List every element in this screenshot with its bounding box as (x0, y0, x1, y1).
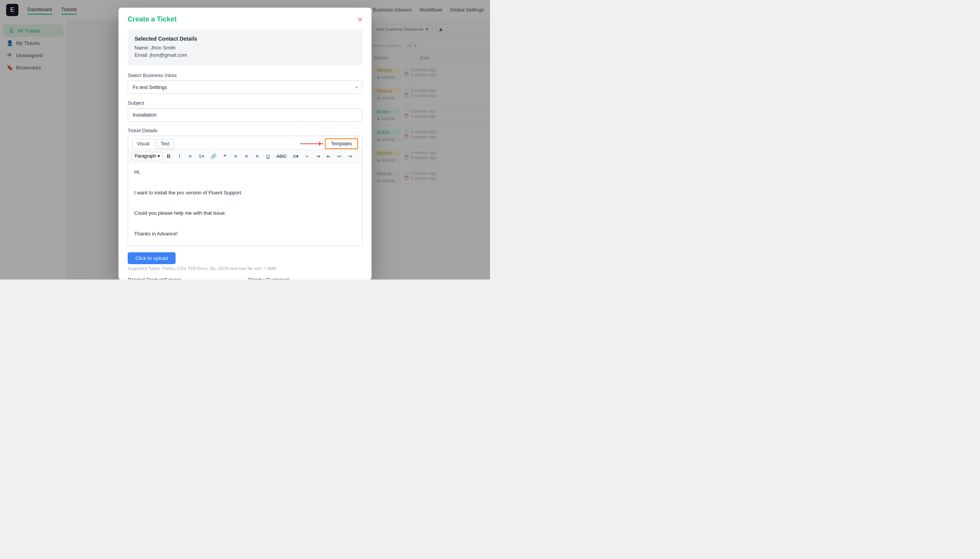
arrow-line (300, 143, 323, 144)
editor-content[interactable]: Hi, I want to install the pro version of… (128, 163, 362, 246)
ticket-details-group: Ticket Details Visual Text Templates (128, 128, 362, 246)
subject-label: Subject (128, 100, 362, 106)
upload-note: Supported Types: Photos, CSV, PDF/Docs, … (128, 266, 362, 271)
business-inbox-label: Select Business Inbox (128, 73, 362, 78)
editor-line-6 (134, 220, 356, 228)
undo-button[interactable]: ↩ (335, 152, 344, 160)
modal-title: Create a Ticket (128, 15, 177, 23)
chevron-down-icon: ▾ (158, 153, 160, 159)
bold-button[interactable]: B (164, 152, 173, 160)
contact-box-title: Selected Contact Details (135, 36, 355, 42)
subject-group: Subject (128, 100, 362, 122)
ticket-editor: Visual Text Templates Pa (128, 136, 362, 246)
business-inbox-group: Select Business Inbox Fs test Settings ▾ (128, 73, 362, 94)
editor-line-7: Thanks in Advance! (134, 230, 356, 238)
indent-button[interactable]: ⇥ (313, 152, 322, 160)
unordered-list-button[interactable]: ≡ (185, 152, 195, 160)
modal-header: Create a Ticket × (119, 8, 372, 30)
strikethrough-button[interactable]: ABC (274, 152, 289, 160)
editor-line-4 (134, 199, 356, 207)
create-ticket-modal: Create a Ticket × Selected Contact Detai… (119, 8, 372, 280)
redo-button[interactable]: ↪ (345, 152, 355, 160)
paragraph-label: Paragraph (135, 153, 156, 159)
priority-label: Priority (Customer) (248, 277, 362, 280)
align-right-button[interactable]: ≡ (253, 152, 262, 160)
business-inbox-select[interactable]: Fs test Settings (128, 81, 362, 94)
upload-group: Click to upload Supported Types: Photos,… (128, 252, 362, 271)
modal-close-button[interactable]: × (358, 16, 362, 23)
editor-line-3: I want to install the pro version of Flu… (134, 189, 356, 197)
editor-line-2 (134, 179, 356, 187)
templates-button[interactable]: Templates (325, 139, 358, 149)
editor-tabs-row: Visual Text Templates (128, 136, 362, 149)
subject-input[interactable] (128, 108, 362, 122)
clear-format-button[interactable]: ⌁ (302, 152, 312, 160)
ordered-list-button[interactable]: 1≡ (196, 152, 207, 160)
outdent-button[interactable]: ⇤ (324, 152, 333, 160)
italic-button[interactable]: I (175, 152, 184, 160)
business-inbox-select-wrap: Fs test Settings ▾ (128, 81, 362, 94)
editor-toolbar: Paragraph ▾ B I ≡ 1≡ 🔗 ❝ ≡ ≡ ≡ U ABC (128, 149, 362, 163)
tab-text[interactable]: Text (156, 139, 174, 149)
app-background: E Dashboard Tickets Business Inboxes Wor… (0, 0, 490, 280)
ticket-details-label: Ticket Details (128, 128, 362, 134)
arrow-indicator (300, 143, 323, 144)
link-button[interactable]: 🔗 (208, 152, 219, 160)
text-color-button[interactable]: A▾ (291, 152, 301, 160)
modal-body: Selected Contact Details Name: Jhon Smit… (119, 30, 372, 280)
tab-visual[interactable]: Visual (132, 139, 154, 149)
paragraph-select[interactable]: Paragraph ▾ (132, 152, 163, 160)
upload-button[interactable]: Click to upload (128, 252, 175, 264)
blockquote-button[interactable]: ❝ (220, 152, 230, 160)
align-center-button[interactable]: ≡ (242, 152, 251, 160)
product-group: Related Product/Service Fluent Support ▾ (128, 277, 242, 280)
product-label: Related Product/Service (128, 277, 242, 280)
editor-line-5: Could you please help me with that issue… (134, 209, 356, 217)
align-left-button[interactable]: ≡ (231, 152, 240, 160)
contact-name: Name: Jhon Smith (135, 45, 355, 51)
contact-details-box: Selected Contact Details Name: Jhon Smit… (128, 30, 362, 66)
underline-button[interactable]: U (263, 152, 273, 160)
contact-email: Email: jhon@gmail.com (135, 52, 355, 58)
priority-group: Priority (Customer) Normal ▾ (248, 277, 362, 280)
templates-btn-wrap: Templates (325, 139, 358, 149)
editor-line-1: Hi, (134, 168, 356, 176)
bottom-row: Related Product/Service Fluent Support ▾… (128, 277, 362, 280)
